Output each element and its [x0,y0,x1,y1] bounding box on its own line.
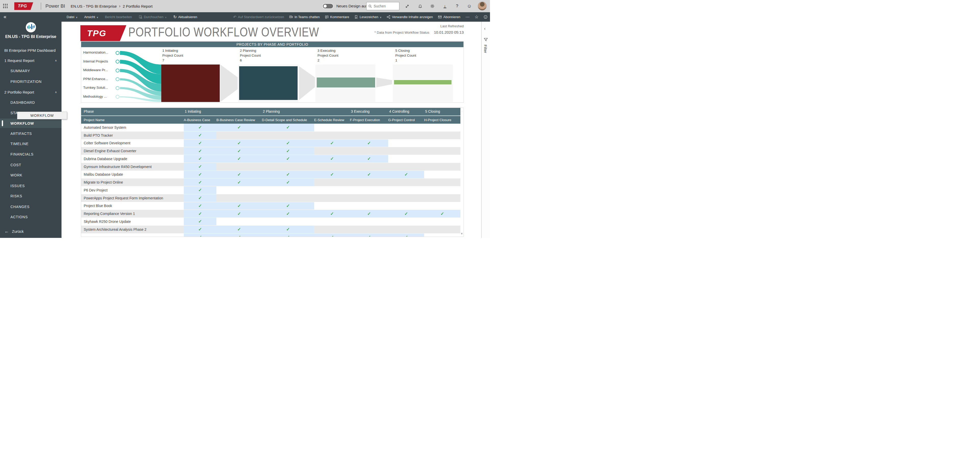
phase-group-header[interactable]: 1 Initiating [185,109,201,113]
funnel-bar-executing[interactable] [317,78,375,87]
workflow-step-cell [424,194,460,202]
view-menu[interactable]: Ansicht∨ [84,15,98,19]
portfolio-label[interactable]: Harmonization... [83,51,116,54]
filter-panel-label[interactable]: Filter [484,44,488,53]
subscribe-button[interactable]: Abonnieren [438,15,460,19]
expand-filters-chevron-icon[interactable]: ‹ [484,26,485,30]
portfolio-label[interactable]: Methodology ... [83,95,116,98]
sidebar-item-dashboard[interactable]: DASHBOARD [0,99,62,106]
sidebar-item-work[interactable]: WORK [0,171,62,179]
name-col-header[interactable]: Project Name [81,116,184,124]
file-menu[interactable]: Datei∨ [67,15,78,19]
funnel-bar-closing[interactable] [394,80,452,84]
filter-panel-collapsed: ‹ Filter [481,22,490,238]
workflow-step-cell: ✓ [216,210,262,217]
table-row[interactable]: Build PTO Tracker✓ [81,132,460,140]
user-avatar[interactable] [478,2,487,10]
sidebar-item-timeline[interactable]: TIMELINE [0,140,62,148]
step-col-header[interactable]: E-Schedule Review [314,116,350,124]
workflow-step-cell: ✓ [388,171,424,178]
table-row[interactable]: ✓✓✓✓✓✓ [81,233,460,237]
favorite-star-icon[interactable]: ☆ [475,14,479,20]
filter-funnel-icon[interactable] [484,38,488,43]
workflow-step-cell: ✓ [350,233,388,237]
funnel-visual[interactable]: PROJECTS BY PHASE AND PORTFOLIO Harmoniz… [81,41,464,103]
back-button[interactable]: ← Zurück [0,227,62,235]
sidebar-item-financials[interactable]: FINANCIALS [0,151,62,158]
breadcrumb-workspace[interactable]: EN.US - TPG BI Enterprise [71,4,117,8]
expand-icon[interactable] [404,3,410,9]
scroll-up-icon[interactable]: ∧ [461,110,463,113]
sidebar-item-summary[interactable]: SUMMARY [0,67,62,75]
settings-gear-icon[interactable] [429,3,435,9]
workflow-table-visual[interactable]: Phase 1 Initiating 2 Planning 3 Executin… [81,108,464,237]
sidebar-item-prioritization[interactable]: PRIORITIZATION [0,78,62,86]
step-col-header[interactable]: A-Business Case [184,116,216,124]
portfolio-label[interactable]: PPM Enhance... [83,77,116,81]
download-icon[interactable]: ↓ [442,3,448,9]
phase-group-header[interactable]: 2 Planning [263,109,280,113]
help-icon[interactable]: ? [454,3,460,9]
info-icon[interactable] [484,15,487,19]
sidebar-section-portfolio-report[interactable]: 2 Portfolio Report∧ [0,88,62,96]
comments-button[interactable]: Kommentare [325,15,349,19]
step-col-header[interactable]: B-Business Case Review [216,116,262,124]
step-col-header[interactable]: F-Project Execution [350,116,388,124]
teams-chat-button[interactable]: In Teams chatten [289,15,320,19]
table-row[interactable]: Automated Sensor System✓✓✓ [81,124,460,132]
funnel-bar-planning[interactable] [239,66,298,100]
workflow-step-cell: ✓ [184,225,216,233]
project-name-cell: Skyhawk R250 Drone Update [81,218,184,225]
sidebar-item-risks[interactable]: RISKS [0,192,62,200]
phase-group-header[interactable]: 3 Executing [351,109,369,113]
sidebar-item-workflow-active[interactable]: WORKFLOW [0,119,62,128]
table-row[interactable]: Skyhawk R250 Drone Update✓ [81,218,460,225]
workflow-step-cell: ✓ [262,155,314,163]
table-row[interactable]: Project Blue Book✓✓✓ [81,202,460,210]
bookmarks-menu[interactable]: Lesezeichen∨ [354,15,382,19]
sidebar-section-request-report[interactable]: 1 Request Report∧ [0,57,62,64]
project-name-cell: Project Blue Book [81,202,184,210]
workflow-step-cell: ✓ [314,140,350,147]
sidebar-collapse-icon[interactable]: « [3,14,6,20]
scroll-down-icon[interactable]: ∨ [461,232,463,235]
sidebar-item-cost[interactable]: COST [0,161,62,169]
table-row[interactable]: Malibu Database Update✓✓✓✓✓✓ [81,171,460,179]
step-col-header[interactable]: G-Project Control [388,116,424,124]
search-box[interactable] [366,2,399,10]
sidebar-item-actions[interactable]: ACTIONS [0,213,62,221]
portfolio-label[interactable]: Internal Projects [83,59,116,63]
workflow-step-cell [262,194,314,202]
waffle-menu-icon[interactable] [3,4,8,8]
workflow-step-cell: ✓ [314,155,350,163]
notifications-bell-icon[interactable] [417,3,423,9]
table-row[interactable]: Migrate to Project Online✓✓✓ [81,178,460,186]
step-col-header[interactable]: H-Project Closure [424,116,460,124]
new-design-toggle[interactable] [323,4,333,8]
funnel-bar-initiating[interactable] [161,65,220,102]
table-row[interactable]: Gymsum Infrastructure R450 Development✓ [81,163,460,171]
sidebar-item-changes[interactable]: CHANGES [0,203,62,211]
more-options-button[interactable]: ⋯ [466,14,469,19]
related-content-button[interactable]: Verwandte Inhalte anzeigen [387,15,433,19]
portfolio-label[interactable]: Middleware Pr... [83,68,116,72]
portfolio-label[interactable]: Turnkey Soluti... [83,86,116,89]
refresh-button[interactable]: ↻ Aktualisieren [173,14,197,19]
search-input[interactable] [374,4,396,8]
step-col-header[interactable]: D-Detail Scope and Schedule [262,116,314,124]
table-row[interactable]: PowerApps Project Request Form Implement… [81,194,460,202]
table-row[interactable]: Diesel Engine Exhaust Converter✓✓✓ [81,147,460,155]
table-row[interactable]: Dubrina Database Upgrade✓✓✓✓✓ [81,155,460,163]
feedback-smiley-icon[interactable]: ☺ [466,3,473,9]
sidebar-item-dashboard-link[interactable]: BI Enterprise PPM Dashboard [0,46,62,54]
phase-group-header[interactable]: 4 Controlling [389,109,409,113]
table-row[interactable]: Colter Software Development✓✓✓✓✓ [81,140,460,148]
check-icon: ✓ [237,211,241,216]
table-row[interactable]: System Architectureal Analysis Phase 2✓✓… [81,225,460,233]
table-row[interactable]: P6 Dev Project✓ [81,186,460,194]
table-row[interactable]: Reporting Compliance Version 1✓✓✓✓✓✓✓ [81,210,460,218]
phase-group-header[interactable]: 5 Closing [425,109,440,113]
project-name-cell: Migrate to Project Online [81,178,184,186]
sidebar-item-artifacts[interactable]: ARTIFACTS [0,130,62,137]
sidebar-item-issues[interactable]: ISSUES [0,182,62,190]
